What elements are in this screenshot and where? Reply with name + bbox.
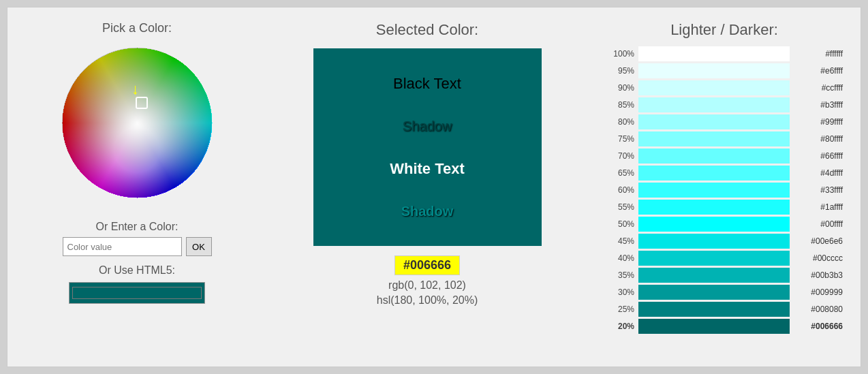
shade-bar[interactable] — [638, 268, 790, 283]
shade-hex: #e6ffff — [794, 66, 843, 76]
rgb-value: rgb(0, 102, 102) — [388, 279, 466, 292]
shade-row[interactable]: 55%#1affff — [606, 199, 843, 215]
preview-black-text: Black Text — [393, 75, 461, 93]
shade-percent: 30% — [606, 287, 634, 297]
shade-row[interactable]: 70%#66ffff — [606, 148, 843, 164]
shade-bar[interactable] — [638, 46, 790, 61]
shade-hex: #4dffff — [794, 168, 843, 178]
main-container: Pick a Color: ↓ Or Enter a Color: OK Or … — [7, 7, 861, 367]
shade-percent: 75% — [606, 134, 634, 144]
shade-hex: #008080 — [794, 305, 843, 314]
shade-hex: #80ffff — [794, 134, 843, 144]
shade-percent: 80% — [606, 117, 634, 127]
shade-percent: 25% — [606, 305, 634, 314]
shade-bar[interactable] — [638, 183, 790, 198]
shade-bar[interactable] — [638, 251, 790, 266]
shade-hex: #b3ffff — [794, 100, 843, 110]
shade-hex: #00e6e6 — [794, 236, 843, 246]
shade-row[interactable]: 60%#33ffff — [606, 182, 843, 198]
shade-hex: #00cccc — [794, 253, 843, 263]
shade-hex: #ccffff — [794, 83, 843, 93]
shade-bar[interactable] — [638, 97, 790, 112]
shade-row[interactable]: 95%#e6ffff — [606, 63, 843, 79]
shade-percent: 100% — [606, 49, 634, 59]
shade-row[interactable]: 90%#ccffff — [606, 80, 843, 96]
shade-hex: #ffffff — [794, 49, 843, 59]
shade-row[interactable]: 80%#99ffff — [606, 114, 843, 130]
shade-bar[interactable] — [638, 200, 790, 215]
left-panel: Pick a Color: ↓ Or Enter a Color: OK Or … — [14, 14, 260, 360]
hex-badge: #006666 — [394, 255, 460, 275]
color-text-input[interactable] — [63, 237, 182, 256]
shade-hex: #00ffff — [794, 219, 843, 229]
shade-percent: 45% — [606, 236, 634, 246]
preview-shadow-light-2: Shadow — [401, 204, 454, 219]
html5-title: Or Use HTML5: — [99, 264, 175, 277]
shade-row[interactable]: 40%#00cccc — [606, 250, 843, 266]
color-input-row: OK — [63, 237, 212, 256]
shade-percent: 55% — [606, 202, 634, 212]
right-panel: Lighter / Darker: 100%#ffffff95%#e6ffff9… — [595, 14, 854, 360]
shade-row[interactable]: 85%#b3ffff — [606, 97, 843, 113]
shade-row[interactable]: 45%#00e6e6 — [606, 233, 843, 249]
selected-color-title: Selected Color: — [376, 21, 478, 39]
shade-bar[interactable] — [638, 217, 790, 232]
shade-bar[interactable] — [638, 285, 790, 300]
shade-hex: #006666 — [794, 322, 843, 331]
shade-row[interactable]: 65%#4dffff — [606, 165, 843, 181]
shade-bar[interactable] — [638, 80, 790, 95]
shade-percent: 60% — [606, 185, 634, 195]
middle-panel: Selected Color: Black Text Shadow White … — [260, 14, 595, 360]
preview-white-text: White Text — [390, 160, 465, 178]
shade-percent: 90% — [606, 83, 634, 93]
shade-hex: #99ffff — [794, 117, 843, 127]
html5-color-input[interactable] — [69, 282, 205, 304]
shade-hex: #1affff — [794, 202, 843, 212]
shade-row[interactable]: 30%#009999 — [606, 284, 843, 300]
color-wheel-container[interactable]: ↓ — [55, 41, 219, 204]
shade-bar[interactable] — [638, 302, 790, 317]
shade-bar[interactable] — [638, 319, 790, 334]
pick-color-title: Pick a Color: — [102, 21, 172, 35]
shade-percent: 20% — [606, 322, 634, 331]
shade-bar[interactable] — [638, 131, 790, 146]
shades-container: 100%#ffffff95%#e6ffff90%#ccffff85%#b3fff… — [606, 46, 843, 335]
ok-button[interactable]: OK — [186, 237, 212, 256]
shade-hex: #00b3b3 — [794, 270, 843, 280]
shade-row[interactable]: 100%#ffffff — [606, 46, 843, 62]
shade-bar[interactable] — [638, 114, 790, 129]
color-preview-box: Black Text Shadow White Text Shadow — [313, 48, 542, 246]
shade-bar[interactable] — [638, 63, 790, 78]
shade-row[interactable]: 20%#006666 — [606, 318, 843, 334]
shade-percent: 35% — [606, 270, 634, 280]
shade-bar[interactable] — [638, 234, 790, 249]
shade-row[interactable]: 35%#00b3b3 — [606, 267, 843, 283]
shade-row[interactable]: 75%#80ffff — [606, 131, 843, 147]
shade-hex: #66ffff — [794, 151, 843, 161]
shade-percent: 50% — [606, 219, 634, 229]
shade-percent: 85% — [606, 100, 634, 110]
shade-row[interactable]: 50%#00ffff — [606, 216, 843, 232]
shade-hex: #009999 — [794, 287, 843, 297]
color-wheel-canvas[interactable] — [55, 41, 219, 204]
shade-hex: #33ffff — [794, 185, 843, 195]
shade-row[interactable]: 25%#008080 — [606, 301, 843, 317]
shade-percent: 70% — [606, 151, 634, 161]
preview-shadow-dark-1: Shadow — [403, 119, 452, 134]
lighter-darker-title: Lighter / Darker: — [606, 21, 843, 39]
shade-percent: 95% — [606, 66, 634, 76]
shade-percent: 40% — [606, 253, 634, 263]
shade-percent: 65% — [606, 168, 634, 178]
enter-color-title: Or Enter a Color: — [96, 221, 179, 233]
shade-bar[interactable] — [638, 166, 790, 181]
hsl-value: hsl(180, 100%, 20%) — [377, 294, 478, 307]
shade-bar[interactable] — [638, 149, 790, 163]
